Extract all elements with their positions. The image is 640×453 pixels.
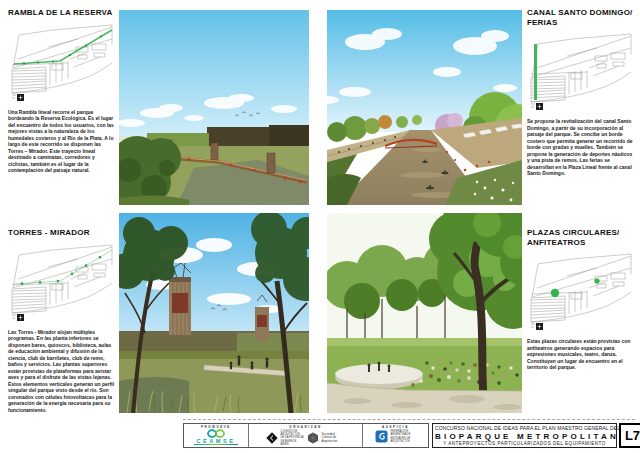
panel-torres: TORRES - MIRADOR Las Torres - Mirador al…	[8, 228, 115, 413]
colegio-arquitectos-name: Colegio de Arquitectos de la Provincia d…	[281, 430, 304, 446]
panel-torres-body: Las Torres - Mirador alojan múltiples pr…	[8, 329, 115, 414]
competition-line2: BIOPARQUE METROPOLITANO	[435, 432, 614, 441]
panel-plazas-title: PLAZAS CIRCULARES/ ANFITEATROS	[527, 228, 634, 247]
sca-name: Sociedad Central de Arquitectos	[322, 433, 346, 444]
competition-line1: CONCURSO NACIONAL DE IDEAS PARA EL PLAN …	[435, 425, 614, 431]
rendering-plaza-image	[327, 213, 522, 413]
panel-rambla: RAMBLA DE LA RESERVA Una Rambla lineal r…	[8, 8, 115, 174]
panel-canal-title: CANAL SANTO DOMINGO/ FERIAS	[527, 8, 634, 27]
competition-line3: Y ANTEPROYECTOS PARTICULARIZADOS DEL EQU…	[435, 441, 614, 446]
footer-organizan-cell: ORGANIZAN Colegio de Arquitectos de la P…	[248, 424, 362, 447]
footer: PROMUEVE CEAMSE ORGANIZAN Colegio de Arq…	[183, 423, 640, 448]
colegio-arquitectos-logo-icon	[266, 432, 278, 444]
fadea-logo-icon	[375, 430, 388, 443]
ceamse-underline	[194, 444, 238, 445]
canal-siteplan-sketch	[527, 32, 633, 112]
panel-torres-title: TORRES - MIRADOR	[8, 228, 115, 238]
panel-rambla-title: RAMBLA DE LA RESERVA	[8, 8, 115, 18]
sca-hexagon-logo-icon	[307, 432, 319, 444]
panel-canal-body: Se propone la revitalización del canal S…	[527, 118, 634, 177]
panel-plazas: PLAZAS CIRCULARES/ ANFITEATROS Estas pla…	[527, 228, 634, 371]
plazas-siteplan-sketch	[527, 252, 633, 332]
footer-credits: PROMUEVE CEAMSE ORGANIZAN Colegio de Arq…	[183, 423, 429, 448]
fadea-name: Federación Argentina de Entidades de Arq…	[391, 430, 417, 443]
ceamse-infinity-icon	[206, 429, 226, 438]
panel-canal: CANAL SANTO DOMINGO/ FERIAS Se propone l…	[527, 8, 634, 177]
panel-rambla-body: Una Rambla lineal recorre el parque bord…	[8, 109, 115, 174]
panel-plazas-body: Estas plazas circulares están provistas …	[527, 338, 634, 371]
sheet-number-badge: L7	[619, 423, 640, 448]
torres-siteplan-sketch	[8, 243, 114, 323]
rendering-canal-image	[327, 10, 522, 205]
footer-promueve-cell: PROMUEVE CEAMSE	[184, 424, 248, 447]
competition-board: RAMBLA DE LA RESERVA Una Rambla lineal r…	[0, 0, 640, 453]
footer-auspicia-cell: AUSPICIA Federación Argentina de Entidad…	[362, 424, 428, 447]
rendering-torres-image	[119, 213, 309, 413]
cut-line	[183, 419, 635, 420]
auspicia-label: AUSPICIA	[382, 425, 409, 429]
competition-title-block: CONCURSO NACIONAL DE IDEAS PARA EL PLAN …	[432, 423, 617, 448]
rambla-siteplan-sketch	[8, 23, 114, 103]
rendering-rambla-image	[119, 10, 309, 205]
organizan-label: ORGANIZAN	[289, 425, 322, 429]
